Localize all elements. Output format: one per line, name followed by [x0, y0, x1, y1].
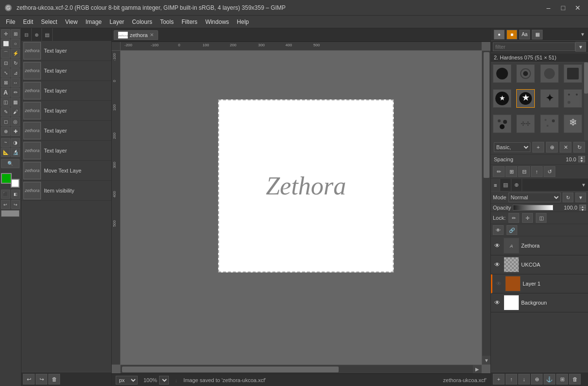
flip-button[interactable]: ↔ — [11, 78, 20, 87]
undo-button[interactable]: ↩ — [1, 200, 10, 209]
brush-export-btn[interactable]: ↑ — [531, 166, 543, 177]
brush-copy-btn[interactable]: ⊞ — [506, 166, 517, 177]
spinner-down[interactable]: ▼ — [578, 159, 585, 162]
align-tool-button[interactable]: ⊞ — [11, 29, 20, 39]
airbrush-button[interactable]: ◎ — [11, 117, 20, 126]
quick-mask[interactable]: ◧ — [11, 190, 20, 199]
list-item[interactable]: zethora Text layer — [21, 41, 111, 61]
tab-undo-history[interactable]: ⊟ — [21, 28, 32, 41]
color-swatch[interactable] — [1, 210, 20, 217]
move-tool-button[interactable]: ✛ — [1, 29, 10, 39]
list-item[interactable]: zethora Text layer — [21, 141, 111, 161]
new-layer-btn[interactable]: + — [493, 374, 505, 385]
brush-item[interactable] — [564, 64, 582, 83]
lock-alpha-btn[interactable]: ◫ — [536, 213, 547, 223]
brush-tab-gradient[interactable]: ▦ — [532, 30, 543, 39]
fuzzy-select-button[interactable]: ⚡ — [11, 49, 20, 58]
panel-collapse-btn[interactable]: ▼ — [579, 179, 588, 191]
merge-layer-btn[interactable]: ⊞ — [556, 374, 568, 385]
canvas-container[interactable]: -200 -100 0 100 200 300 400 500 -100 0 1… — [112, 42, 490, 373]
menu-edit[interactable]: Edit — [19, 18, 37, 26]
menu-tools[interactable]: Tools — [156, 18, 178, 26]
scroll-down-arrow[interactable]: ▼ — [482, 356, 490, 365]
horizontal-scrollbar[interactable]: ▶ — [121, 365, 482, 373]
tab-paths[interactable]: ⊕ — [511, 179, 522, 191]
rotate-button[interactable]: ↻ — [11, 58, 20, 68]
brush-item[interactable] — [540, 64, 559, 83]
redo-history-btn[interactable]: ↪ — [36, 374, 47, 385]
brush-scroll-thumb[interactable] — [584, 62, 588, 94]
ellipse-select-button[interactable]: ○ — [11, 39, 20, 48]
brush-item[interactable] — [516, 64, 535, 83]
rect-select-button[interactable]: ⬜ — [1, 39, 10, 48]
layer-visibility-toggle[interactable]: 👁 — [494, 279, 503, 288]
brush-refresh-btn[interactable]: ↻ — [573, 142, 585, 153]
redo-button[interactable]: ↪ — [11, 200, 20, 209]
brush-spacing-spinner[interactable]: ▲ ▼ — [578, 156, 585, 163]
menu-help[interactable]: Help — [233, 18, 253, 26]
lock-pixels-btn[interactable]: ✏ — [508, 213, 519, 223]
list-item[interactable]: zethora Item visibility — [21, 181, 111, 201]
brush-tab-text[interactable]: Aa — [519, 30, 530, 39]
brush-paste-btn[interactable]: ⊟ — [518, 166, 530, 177]
heal-button[interactable]: ✚ — [11, 127, 20, 136]
scroll-thumb-vertical[interactable] — [484, 52, 489, 178]
brush-new-btn[interactable]: + — [532, 142, 544, 153]
tab-layers[interactable]: ≡ — [491, 179, 500, 191]
scroll-thumb-horizontal[interactable] — [122, 367, 339, 372]
layer-visibility-toggle[interactable]: 👁 — [493, 298, 502, 307]
brush-item[interactable]: ★ — [493, 89, 511, 108]
anchor-layer-btn[interactable]: ⚓ — [544, 374, 555, 385]
brush-item[interactable]: ✦ — [540, 89, 559, 108]
crop-button[interactable]: ⊡ — [1, 58, 10, 68]
brush-filter-input[interactable] — [493, 42, 575, 51]
shear-button[interactable]: ⊿ — [11, 68, 20, 77]
lower-layer-btn[interactable]: ↓ — [518, 374, 530, 385]
layer-row-zethora[interactable]: 👁 A Zethora — [491, 236, 588, 255]
smudge-button[interactable]: ~ — [1, 138, 10, 147]
opacity-spinner[interactable]: ▲ ▼ — [579, 205, 586, 211]
list-item[interactable]: zethora Text layer — [21, 81, 111, 101]
brush-item[interactable] — [564, 89, 582, 108]
minimize-button[interactable]: – — [542, 2, 555, 13]
vertical-scrollbar[interactable]: ▼ — [482, 51, 490, 365]
layer-row-background[interactable]: 👁 Backgroun — [491, 293, 588, 312]
list-item[interactable]: zethora Move Text Laye — [21, 161, 111, 181]
text-button[interactable]: A — [1, 88, 10, 97]
brush-del-btn[interactable]: ✕ — [560, 142, 571, 153]
dup-layer-btn[interactable]: ⊕ — [531, 374, 543, 385]
eraser-button[interactable]: ◻ — [1, 117, 10, 126]
zoom-button[interactable]: 🔍 — [1, 159, 20, 168]
brush-item-selected[interactable]: ★ — [516, 89, 535, 108]
menu-layer[interactable]: Layer — [106, 18, 128, 26]
free-select-button[interactable]: ⌒ — [1, 49, 10, 58]
list-item[interactable]: zethora Text layer — [21, 61, 111, 81]
tab-paths[interactable]: ⊕ — [32, 28, 42, 41]
brush-item[interactable] — [493, 115, 511, 133]
panel-expand-btn[interactable]: ▼ — [580, 32, 585, 37]
menu-windows[interactable]: Windows — [202, 18, 233, 26]
menu-select[interactable]: Select — [37, 18, 61, 26]
canvas-tab[interactable]: zethora zethora ✕ — [114, 30, 158, 40]
brush-edit-btn[interactable]: ✏ — [493, 166, 505, 177]
brush-tab-color[interactable]: ● — [494, 30, 505, 39]
clone-button[interactable]: ⊕ — [1, 127, 10, 136]
scroll-right-arrow[interactable]: ▶ — [473, 365, 482, 374]
zoom-select[interactable]: ▼ — [159, 376, 169, 385]
list-item[interactable]: zethora Text layer — [21, 121, 111, 141]
raise-layer-btn[interactable]: ↑ — [506, 374, 517, 385]
layers-mode-btn2[interactable]: ▼ — [575, 193, 586, 202]
brush-item[interactable]: ✢✢ — [516, 115, 535, 133]
undo-history-btn[interactable]: ↩ — [23, 374, 35, 385]
close-button[interactable]: ✕ — [571, 2, 584, 13]
view-as-image[interactable]: ⬛ — [1, 190, 10, 199]
vis-eye-btn[interactable]: 👁 — [493, 225, 504, 235]
opacity-slider[interactable] — [513, 205, 553, 211]
layer-visibility-toggle[interactable]: 👁 — [493, 260, 502, 269]
perspective-button[interactable]: ⊠ — [1, 78, 10, 87]
bucket-fill-button[interactable]: ◫ — [1, 97, 10, 107]
clear-history-btn[interactable]: 🗑 — [48, 374, 60, 385]
list-item[interactable]: zethora Text layer — [21, 101, 111, 121]
brush-item[interactable] — [540, 115, 559, 133]
menu-view[interactable]: View — [61, 18, 81, 26]
